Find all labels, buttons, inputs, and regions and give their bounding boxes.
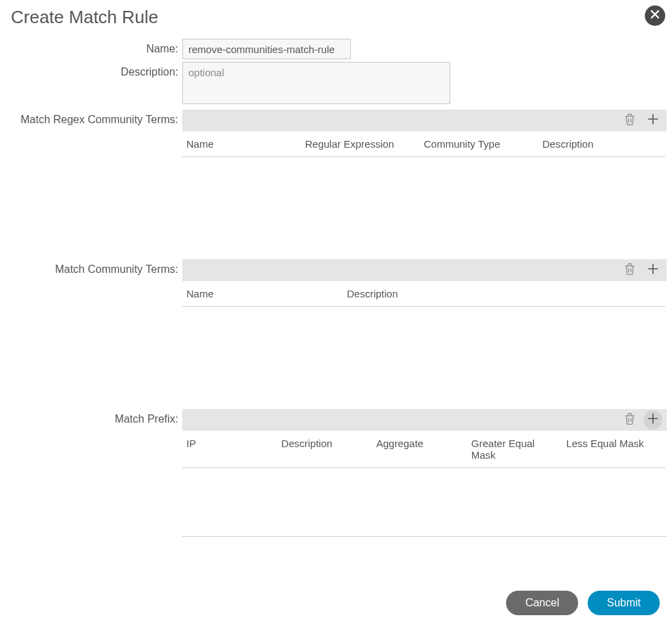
description-label: Description: (5, 62, 182, 78)
community-delete-button[interactable] (620, 261, 639, 280)
description-input[interactable] (182, 62, 450, 104)
cancel-button[interactable]: Cancel (506, 591, 578, 615)
community-table: Name Description (182, 281, 665, 375)
regex-table: Name Regular Expression Community Type D… (182, 131, 665, 225)
name-input[interactable] (182, 39, 351, 59)
prefix-table: IP Description Aggregate Greater Equal M… (182, 431, 665, 536)
dialog-header: Create Match Rule (5, 5, 667, 39)
regex-col-desc: Description (543, 138, 662, 150)
regex-toolbar (182, 110, 667, 131)
dialog-footer: Cancel Submit (506, 591, 660, 615)
prefix-section-label: Match Prefix: (5, 409, 182, 431)
prefix-col-gem: Greater Equal Mask (471, 438, 567, 461)
prefix-add-button[interactable] (643, 410, 662, 429)
regex-col-name: Name (186, 138, 305, 150)
plus-icon (646, 412, 660, 428)
description-row: Description: (5, 62, 667, 107)
regex-table-header: Name Regular Expression Community Type D… (182, 131, 665, 157)
community-col-name: Name (186, 288, 347, 299)
prefix-bottom-separator (182, 536, 667, 537)
trash-icon (623, 112, 637, 129)
dialog-title: Create Match Rule (11, 7, 158, 28)
community-toolbar (182, 259, 667, 281)
submit-button[interactable]: Submit (588, 591, 660, 615)
plus-icon (646, 262, 660, 278)
plus-icon (646, 112, 660, 129)
regex-table-body (182, 157, 665, 225)
prefix-col-ip: IP (186, 438, 282, 461)
community-section-label: Match Community Terms: (5, 259, 182, 281)
prefix-col-lem: Less Equal Mask (566, 438, 661, 461)
community-table-body (182, 307, 665, 375)
create-match-rule-dialog: Create Match Rule Name: Description: Mat… (0, 0, 672, 537)
prefix-toolbar (182, 409, 667, 431)
name-label: Name: (5, 39, 182, 55)
community-table-header: Name Description (182, 281, 665, 307)
prefix-col-desc: Description (282, 438, 377, 461)
section-match-prefix: Match Prefix: IP (5, 409, 667, 537)
regex-col-expr: Regular Expression (305, 138, 424, 150)
regex-add-button[interactable] (643, 111, 662, 130)
form: Name: Description: Match Regex Community… (5, 39, 667, 537)
prefix-table-header: IP Description Aggregate Greater Equal M… (182, 431, 665, 468)
regex-section-label: Match Regex Community Terms: (5, 110, 182, 131)
close-icon (650, 9, 660, 22)
name-row: Name: (5, 39, 667, 59)
section-community-terms: Match Community Terms: (5, 259, 667, 375)
section-regex-community-terms: Match Regex Community Terms: (5, 110, 667, 225)
community-add-button[interactable] (643, 261, 662, 280)
trash-icon (623, 412, 637, 428)
prefix-table-body (182, 468, 665, 536)
regex-delete-button[interactable] (620, 111, 639, 130)
community-col-desc: Description (347, 288, 661, 299)
regex-col-type: Community Type (424, 138, 543, 150)
prefix-col-agg: Aggregate (376, 438, 471, 461)
prefix-delete-button[interactable] (620, 410, 639, 429)
close-button[interactable] (645, 5, 665, 26)
trash-icon (623, 262, 637, 278)
